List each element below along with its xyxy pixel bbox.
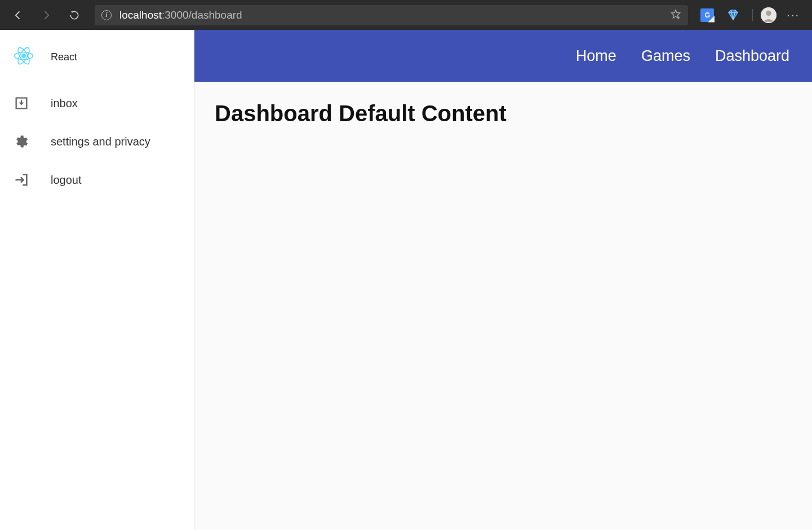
- app-shell: React inbox settings and privacy logout …: [0, 30, 812, 530]
- diamond-extension-icon[interactable]: [725, 7, 741, 23]
- sidebar: React inbox settings and privacy logout: [0, 30, 194, 530]
- settings-icon: [14, 134, 29, 149]
- toolbar-divider: [752, 9, 753, 21]
- favorite-icon[interactable]: [670, 8, 681, 22]
- sidebar-title: React: [51, 51, 77, 63]
- svg-point-2: [22, 54, 26, 58]
- inbox-icon: [14, 95, 29, 111]
- react-logo-icon: [14, 46, 34, 68]
- browser-refresh-button[interactable]: [62, 3, 87, 28]
- browser-url: localhost:3000/dashboard: [119, 9, 242, 21]
- profile-avatar[interactable]: [761, 7, 776, 23]
- nav-link-games[interactable]: Games: [641, 47, 690, 65]
- translate-extension-icon[interactable]: G: [699, 7, 715, 23]
- sidebar-item-logout[interactable]: logout: [0, 161, 194, 199]
- nav-link-home[interactable]: Home: [576, 47, 616, 65]
- url-path: :3000/dashboard: [162, 9, 242, 21]
- sidebar-item-settings[interactable]: settings and privacy: [0, 122, 194, 161]
- browser-forward-button[interactable]: [34, 3, 59, 28]
- nav-link-dashboard[interactable]: Dashboard: [715, 47, 789, 65]
- browser-more-icon[interactable]: ···: [780, 8, 806, 21]
- main-area: Home Games Dashboard Dashboard Default C…: [194, 30, 812, 530]
- sidebar-header: React: [0, 36, 194, 84]
- sidebar-item-label: inbox: [51, 97, 78, 110]
- site-info-icon[interactable]: i: [101, 10, 112, 20]
- top-nav: Home Games Dashboard: [194, 30, 812, 82]
- sidebar-item-label: logout: [51, 174, 82, 187]
- sidebar-item-inbox[interactable]: inbox: [0, 84, 194, 122]
- sidebar-item-label: settings and privacy: [51, 135, 150, 148]
- browser-address-bar[interactable]: i localhost:3000/dashboard: [95, 5, 688, 25]
- page-heading: Dashboard Default Content: [215, 101, 792, 126]
- browser-toolbar: i localhost:3000/dashboard G ···: [0, 0, 812, 30]
- svg-point-1: [766, 10, 771, 15]
- content-area: Dashboard Default Content: [194, 82, 812, 530]
- browser-back-button[interactable]: [6, 3, 30, 28]
- logout-icon: [14, 172, 29, 188]
- url-host: localhost: [119, 9, 162, 21]
